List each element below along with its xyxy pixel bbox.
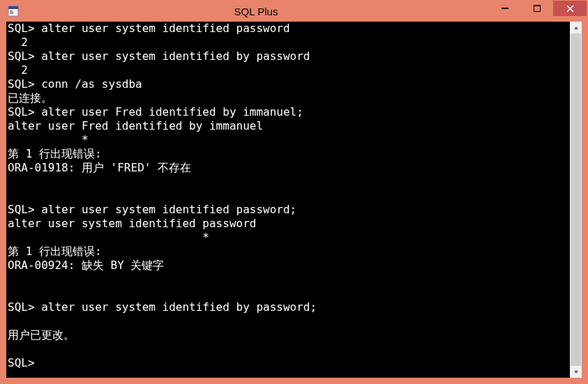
app-icon	[3, 1, 23, 22]
terminal-viewport[interactable]: SQL> alter user system identified passwo…	[6, 22, 570, 378]
terminal-line: ORA-01918: 用户 'FRED' 不存在	[8, 161, 568, 175]
minimize-button[interactable]	[489, 1, 521, 16]
client-area: SQL> alter user system identified passwo…	[6, 22, 582, 378]
terminal-line	[8, 175, 568, 189]
svg-rect-3	[10, 12, 14, 13]
terminal-line	[8, 286, 568, 300]
terminal-line: 用户已更改。	[8, 328, 568, 342]
terminal-line: SQL> alter user system identified by pas…	[8, 49, 568, 63]
terminal-line: alter user system identified password	[8, 217, 568, 231]
terminal-output: SQL> alter user system identified passwo…	[6, 22, 570, 370]
svg-rect-1	[8, 6, 18, 9]
terminal-line: ORA-00924: 缺失 BY 关键字	[8, 259, 568, 272]
terminal-line	[8, 189, 568, 203]
window-title: SQL Plus	[23, 6, 489, 17]
window-controls	[489, 1, 587, 17]
terminal-line: 2	[8, 63, 568, 77]
svg-rect-2	[10, 10, 13, 11]
terminal-line: 2	[8, 36, 568, 49]
terminal-line: SQL> alter user system identified passwo…	[8, 203, 568, 217]
terminal-line: SQL> alter user system identified by pas…	[8, 300, 568, 314]
terminal-line	[8, 314, 568, 328]
svg-rect-7	[534, 5, 541, 6]
svg-rect-5	[502, 8, 508, 9]
scroll-up-button[interactable]	[570, 22, 582, 33]
terminal-line: alter user Fred identified by immanuel	[8, 119, 568, 133]
terminal-line: SQL> alter user system identified passwo…	[8, 22, 568, 36]
terminal-line: SQL> alter user Fred identified by imman…	[8, 105, 568, 119]
terminal-line	[8, 272, 568, 286]
terminal-line: 第 1 行出现错误:	[8, 245, 568, 259]
window-frame: SQL Plus SQL> alter user system identifi…	[0, 0, 588, 384]
terminal-line: *	[8, 231, 568, 245]
terminal-line: *	[8, 133, 568, 147]
terminal-line: 已连接。	[8, 91, 568, 105]
svg-rect-4	[10, 13, 13, 14]
vertical-scrollbar[interactable]	[570, 22, 582, 378]
scroll-track[interactable]	[570, 33, 582, 366]
terminal-line: SQL>	[8, 356, 568, 370]
scroll-thumb[interactable]	[571, 33, 581, 366]
scroll-down-button[interactable]	[570, 366, 582, 378]
titlebar[interactable]: SQL Plus	[1, 1, 587, 22]
close-button[interactable]	[553, 1, 587, 16]
terminal-line	[8, 342, 568, 356]
terminal-line: 第 1 行出现错误:	[8, 147, 568, 161]
maximize-button[interactable]	[521, 1, 553, 16]
terminal-line: SQL> conn /as sysdba	[8, 77, 568, 91]
